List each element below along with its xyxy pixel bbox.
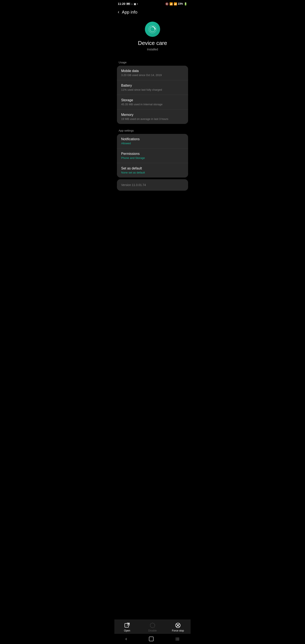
notifications-sub: Allowed: [121, 142, 184, 145]
status-badge-br: BR: [126, 2, 130, 5]
app-install-status: Installed: [147, 48, 158, 51]
app-settings-section: App settings Notifications Allowed Permi…: [114, 126, 190, 178]
svg-marker-2: [154, 28, 156, 29]
app-settings-card: Notifications Allowed Permissions Phone …: [117, 134, 188, 178]
version-card: Version 11.0.01.74: [117, 179, 188, 191]
wifi-icon: 📶: [170, 2, 173, 6]
battery-sub: 11% used since last fully charged: [121, 88, 184, 91]
permissions-title: Permissions: [121, 152, 184, 156]
usage-label: Usage: [114, 58, 190, 66]
battery-title: Battery: [121, 84, 184, 88]
set-as-default-item[interactable]: Set as default None set as default: [117, 163, 188, 178]
home-icon: ⌂: [131, 2, 133, 6]
version-text: Version 11.0.01.74: [121, 183, 146, 187]
battery-icon: 🔋: [184, 2, 187, 6]
permissions-item[interactable]: Permissions Phone and Storage: [117, 148, 188, 163]
memory-title: Memory: [121, 113, 184, 117]
mobile-data-sub: 3.20 GB used since Oct 14, 2019: [121, 74, 184, 77]
battery-item[interactable]: Battery 11% used since last fully charge…: [117, 80, 188, 95]
app-settings-label: App settings: [114, 126, 190, 134]
app-icon-svg: [148, 25, 157, 34]
notifications-item[interactable]: Notifications Allowed: [117, 134, 188, 148]
notifications-title: Notifications: [121, 137, 184, 141]
status-icons-right: 🔇 📶 📶 23% 🔋: [165, 2, 187, 6]
usage-section: Usage Mobile data 3.20 GB used since Oct…: [114, 58, 190, 124]
app-info-header: ‹ App info: [114, 7, 190, 17]
status-bar: 11:20 BR ⌂ ▣ ● 🔇 📶 📶 23% 🔋: [114, 0, 190, 7]
back-button[interactable]: ‹: [118, 9, 119, 15]
sim-icon: ▣: [134, 2, 136, 6]
battery-percent: 23%: [178, 2, 183, 5]
app-icon-area: Device care Installed: [114, 17, 190, 58]
status-left: 11:20 BR ⌂ ▣ ●: [118, 2, 138, 6]
memory-sub: 19 MB used on average in last 3 hours: [121, 117, 184, 120]
page-title: App info: [122, 10, 137, 14]
status-time: 11:20: [118, 2, 126, 6]
set-as-default-sub: None set as default: [121, 171, 184, 174]
app-name: Device care: [138, 40, 167, 46]
signal-icon: 📶: [174, 2, 177, 6]
mobile-data-item[interactable]: Mobile data 3.20 GB used since Oct 14, 2…: [117, 66, 188, 80]
mobile-data-title: Mobile data: [121, 69, 184, 73]
mute-icon: 🔇: [165, 2, 168, 6]
set-as-default-title: Set as default: [121, 166, 184, 170]
app-icon: [145, 22, 160, 37]
storage-sub: 45.35 MB used in Internal storage: [121, 103, 184, 106]
storage-item[interactable]: Storage 45.35 MB used in Internal storag…: [117, 95, 188, 110]
memory-item[interactable]: Memory 19 MB used on average in last 3 h…: [117, 110, 188, 124]
permissions-sub: Phone and Storage: [121, 156, 184, 160]
storage-title: Storage: [121, 98, 184, 102]
usage-card: Mobile data 3.20 GB used since Oct 14, 2…: [117, 66, 188, 124]
dot-indicator: ●: [137, 3, 138, 5]
